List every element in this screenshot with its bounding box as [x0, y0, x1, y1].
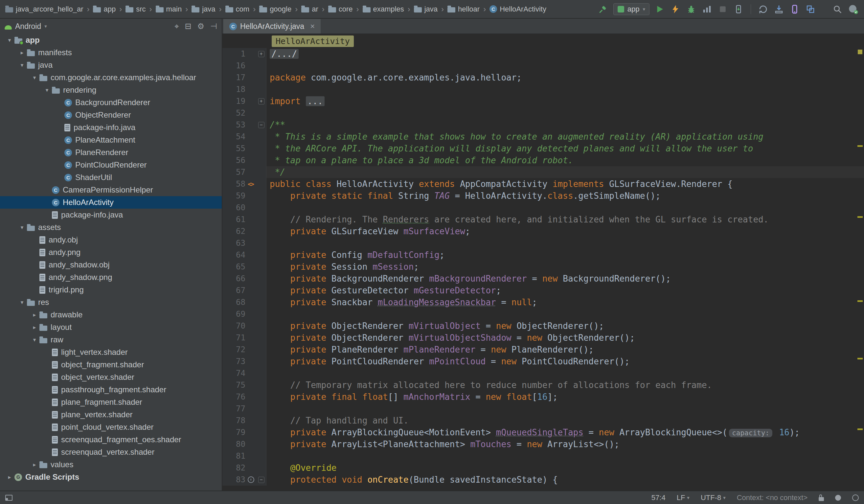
line-number[interactable]: 55 [223, 143, 245, 154]
line-number[interactable]: 82 [223, 462, 245, 474]
tree-item[interactable]: andy.png [0, 246, 222, 259]
run-button[interactable] [654, 4, 665, 15]
line-separator-widget[interactable]: LF ▾ [677, 493, 689, 502]
code-text[interactable]: import ... [266, 95, 864, 107]
code-text[interactable]: private PlaneRenderer mPlaneRenderer = n… [266, 344, 864, 356]
warning-stripe-mark[interactable] [857, 300, 863, 302]
code-text[interactable] [266, 83, 864, 95]
warning-stripe-mark[interactable] [857, 429, 863, 430]
code-text[interactable] [266, 107, 864, 119]
debug-button[interactable] [686, 4, 697, 15]
tree-item[interactable]: screenquad_vertex.shader [0, 446, 222, 458]
tree-item[interactable]: PlaneRenderer [0, 146, 222, 159]
code-text[interactable]: private BackgroundRenderer mBackgroundRe… [266, 273, 864, 285]
line-number[interactable]: 83 [223, 474, 245, 485]
line-number[interactable]: 79 [223, 427, 245, 438]
lock-icon[interactable] [819, 497, 824, 501]
tree-item[interactable]: plane_vertex.shader [0, 408, 222, 421]
line-number[interactable]: 17 [223, 72, 245, 83]
code-text[interactable]: private GLSurfaceView mSurfaceView; [266, 225, 864, 237]
chevron-right-icon[interactable]: ▸ [30, 461, 39, 468]
code-text[interactable]: private ArrayList<PlaneAttachment> mTouc… [266, 438, 864, 450]
code-text[interactable]: private Snackbar mLoadingMessageSnackbar… [266, 296, 864, 308]
tree-item[interactable]: PointCloudRenderer [0, 159, 222, 171]
project-view-selector[interactable]: Android ▾ [4, 22, 47, 31]
chevron-down-icon[interactable]: ▾ [18, 62, 26, 69]
line-number[interactable]: 78 [223, 415, 245, 427]
code-text[interactable]: private ObjectRenderer mVirtualObject = … [266, 320, 864, 332]
code-text[interactable]: * This is a simple example that shows ho… [266, 131, 864, 143]
tree-item[interactable]: ▸values [0, 458, 222, 471]
tree-item[interactable]: ▾raw [0, 334, 222, 346]
file-status-indicator[interactable] [858, 50, 862, 54]
tree-item[interactable]: andy_shadow.obj [0, 259, 222, 271]
overriding-method-gutter-icon[interactable]: ↑ [245, 477, 256, 483]
encoding-widget[interactable]: UTF-8 ▾ [701, 493, 726, 502]
fold-toggle-icon[interactable]: − [256, 477, 266, 483]
line-number[interactable]: 53 [223, 119, 245, 131]
line-number[interactable]: 52 [223, 107, 245, 119]
chevron-down-icon[interactable]: ▾ [30, 74, 39, 81]
breadcrumb-item[interactable]: examples [363, 5, 404, 13]
code-text[interactable] [266, 60, 864, 72]
chevron-down-icon[interactable]: ▾ [18, 299, 26, 306]
tree-item[interactable]: andy.obj [0, 233, 222, 246]
breadcrumb-item[interactable]: app [93, 5, 116, 13]
code-text[interactable]: private final float[] mAnchorMatrix = ne… [266, 391, 864, 403]
line-number[interactable]: 16 [223, 60, 245, 72]
line-number[interactable]: 19 [223, 95, 245, 107]
tree-item[interactable]: package-info.java [0, 121, 222, 134]
code-text[interactable] [266, 237, 864, 249]
code-text[interactable]: private GestureDetector mGestureDetector… [266, 285, 864, 296]
line-number[interactable]: 65 [223, 261, 245, 273]
settings-gear-icon[interactable]: ⚙ [197, 22, 205, 30]
code-text[interactable]: @Override [266, 462, 864, 474]
code-text[interactable] [266, 367, 864, 379]
fold-toggle-icon[interactable]: + [256, 51, 266, 57]
tree-item[interactable]: ▾rendering [0, 84, 222, 96]
tree-item[interactable]: ▸drawable [0, 309, 222, 321]
line-number[interactable]: 72 [223, 344, 245, 356]
tree-item[interactable]: screenquad_fragment_oes.shader [0, 433, 222, 446]
tree-item[interactable]: plane_fragment.shader [0, 396, 222, 408]
line-number[interactable]: 59 [223, 190, 245, 202]
fold-toggle-icon[interactable]: + [256, 98, 266, 105]
chevron-down-icon[interactable]: ▾ [18, 224, 26, 231]
chevron-right-icon[interactable]: ▸ [30, 311, 39, 319]
apply-changes-button[interactable] [670, 4, 681, 15]
collapse-all-icon[interactable]: ⊟ [184, 22, 191, 30]
close-icon[interactable]: × [310, 22, 315, 31]
notification-circle-icon[interactable] [852, 494, 859, 501]
code-text[interactable]: */ [266, 166, 864, 178]
line-number[interactable]: 75 [223, 379, 245, 391]
line-number[interactable]: 77 [223, 403, 245, 415]
code-text[interactable]: private Session mSession; [266, 261, 864, 273]
code-text[interactable]: // Tap handling and UI. [266, 415, 864, 427]
search-everywhere-button[interactable] [832, 4, 843, 15]
sdk-manager-button[interactable] [773, 4, 784, 15]
device-manager-button[interactable] [789, 4, 800, 15]
tree-item[interactable]: HelloArActivity [0, 196, 222, 209]
code-text[interactable]: // Rendering. The Renderers are created … [266, 214, 864, 225]
fold-toggle-icon[interactable]: − [256, 122, 266, 128]
line-number[interactable]: 76 [223, 391, 245, 403]
line-number[interactable]: 70 [223, 320, 245, 332]
line-number[interactable]: 73 [223, 356, 245, 367]
chevron-right-icon[interactable]: ▸ [18, 49, 26, 56]
caret-position-widget[interactable]: 57:4 [651, 493, 665, 502]
tree-item[interactable]: ▸manifests [0, 46, 222, 59]
tree-item[interactable]: ▾com.google.ar.core.examples.java.helloa… [0, 71, 222, 84]
tree-item[interactable]: ObjectRenderer [0, 109, 222, 121]
breadcrumb-item[interactable]: java [414, 5, 437, 13]
tree-item[interactable]: PlaneAttachment [0, 134, 222, 146]
attach-debugger-button[interactable] [733, 4, 744, 15]
warning-stripe-mark[interactable] [857, 358, 863, 359]
chevron-down-icon[interactable]: ▾ [43, 87, 51, 94]
chevron-down-icon[interactable]: ▾ [5, 37, 14, 44]
tree-item[interactable]: ▾java [0, 59, 222, 71]
line-number[interactable]: 69 [223, 308, 245, 320]
line-number[interactable]: 54 [223, 131, 245, 143]
code-text[interactable]: /** [266, 119, 864, 131]
tree-item[interactable]: object_vertex.shader [0, 371, 222, 383]
tree-item[interactable]: ShaderUtil [0, 171, 222, 184]
